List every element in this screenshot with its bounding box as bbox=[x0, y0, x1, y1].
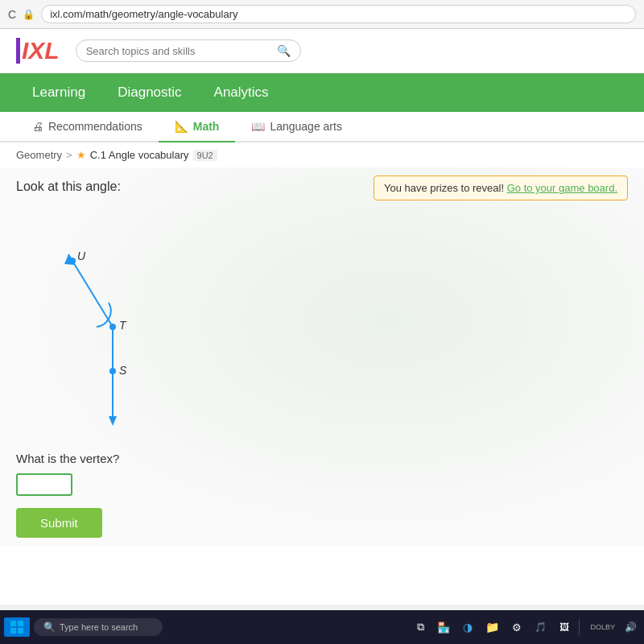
logo-bar-decoration bbox=[16, 38, 20, 64]
tab-language-arts-label: Language arts bbox=[270, 120, 342, 133]
taskbar-search[interactable]: 🔍 Type here to search bbox=[34, 618, 163, 636]
recommendations-icon: 🖨 bbox=[32, 120, 43, 133]
main-content: You have prizes to reveal! Go to your ga… bbox=[0, 167, 644, 546]
svg-marker-3 bbox=[109, 416, 117, 426]
answer-label: What is the vertex? bbox=[16, 452, 628, 465]
taskbar-divider bbox=[579, 619, 580, 635]
tab-language-arts[interactable]: 📖 Language arts bbox=[235, 112, 358, 141]
content-area: Look at this angle: bbox=[16, 180, 628, 538]
taskbar: 🔍 Type here to search ⧉ 🏪 ◑ 📁 ⚙ 🎵 🖼 DOLB… bbox=[0, 610, 644, 644]
answer-input[interactable] bbox=[16, 473, 72, 496]
browser-chrome: C 🔒 ixl.com/math/geometry/angle-vocabula… bbox=[0, 0, 644, 29]
site-header: IXL 🔍 bbox=[0, 29, 644, 73]
lock-icon: 🔒 bbox=[23, 9, 35, 20]
breadcrumb-root[interactable]: Geometry bbox=[16, 149, 62, 161]
submit-button[interactable]: Submit bbox=[16, 508, 102, 538]
breadcrumb-star-icon: ★ bbox=[76, 149, 86, 161]
task-view-icon[interactable]: ⧉ bbox=[414, 619, 427, 635]
svg-point-4 bbox=[69, 258, 76, 264]
dolby-label: DOLBY bbox=[590, 623, 615, 631]
speaker-icon[interactable]: 🔊 bbox=[621, 620, 640, 634]
windows-logo-icon bbox=[10, 621, 23, 634]
breadcrumb-separator: > bbox=[66, 149, 72, 161]
tab-math[interactable]: 📐 Math bbox=[159, 112, 236, 142]
sub-nav: 🖨 Recommendations 📐 Math 📖 Language arts bbox=[0, 112, 644, 142]
svg-text:U: U bbox=[77, 250, 86, 262]
angle-diagram: U T S bbox=[24, 210, 185, 436]
breadcrumb: Geometry > ★ C.1 Angle vocabulary 9U2 bbox=[0, 142, 644, 167]
angle-svg: U T S bbox=[24, 210, 185, 436]
svg-text:S: S bbox=[119, 364, 127, 377]
svg-point-6 bbox=[109, 324, 116, 330]
nav-item-learning[interactable]: Learning bbox=[16, 73, 101, 112]
folder-icon[interactable]: 📁 bbox=[482, 619, 502, 635]
store-icon[interactable]: 🏪 bbox=[434, 620, 453, 635]
taskbar-icons: ⧉ 🏪 ◑ 📁 ⚙ 🎵 🖼 DOLBY 🔊 bbox=[414, 619, 640, 635]
edge-icon[interactable]: ◑ bbox=[460, 619, 476, 635]
nav-bar: Learning Diagnostic Analytics bbox=[0, 73, 644, 112]
ixl-website: IXL 🔍 Learning Diagnostic Analytics 🖨 Re… bbox=[0, 29, 644, 605]
refresh-icon[interactable]: C bbox=[8, 8, 16, 21]
search-container[interactable]: 🔍 bbox=[76, 39, 301, 62]
taskbar-search-icon: 🔍 bbox=[43, 621, 56, 633]
svg-text:T: T bbox=[119, 319, 127, 332]
nav-item-analytics[interactable]: Analytics bbox=[198, 73, 285, 112]
svg-point-8 bbox=[109, 368, 116, 374]
question-label: Look at this angle: bbox=[16, 180, 628, 194]
breadcrumb-badge: 9U2 bbox=[193, 150, 217, 161]
ixl-logo: IXL bbox=[16, 37, 60, 64]
answer-section: What is the vertex? Submit bbox=[16, 452, 628, 538]
nav-item-diagnostic[interactable]: Diagnostic bbox=[101, 73, 197, 112]
tab-math-label: Math bbox=[193, 120, 220, 133]
photos-icon[interactable]: 🖼 bbox=[556, 620, 572, 634]
search-button[interactable]: 🔍 bbox=[277, 44, 291, 57]
tab-recommendations[interactable]: 🖨 Recommendations bbox=[16, 112, 159, 141]
search-input[interactable] bbox=[86, 45, 270, 57]
language-arts-icon: 📖 bbox=[251, 120, 265, 133]
tab-recommendations-label: Recommendations bbox=[48, 120, 142, 133]
address-bar: C 🔒 ixl.com/math/geometry/angle-vocabula… bbox=[0, 0, 644, 28]
logo-text: IXL bbox=[22, 37, 60, 64]
start-button[interactable] bbox=[4, 617, 30, 637]
settings-icon[interactable]: ⚙ bbox=[509, 620, 525, 635]
breadcrumb-current: C.1 Angle vocabulary bbox=[90, 149, 189, 161]
url-bar[interactable]: ixl.com/math/geometry/angle-vocabulary bbox=[41, 5, 636, 23]
svg-line-0 bbox=[68, 254, 113, 327]
math-icon: 📐 bbox=[175, 120, 188, 133]
taskbar-search-label: Type here to search bbox=[60, 622, 138, 632]
music-icon[interactable]: 🎵 bbox=[531, 620, 550, 634]
